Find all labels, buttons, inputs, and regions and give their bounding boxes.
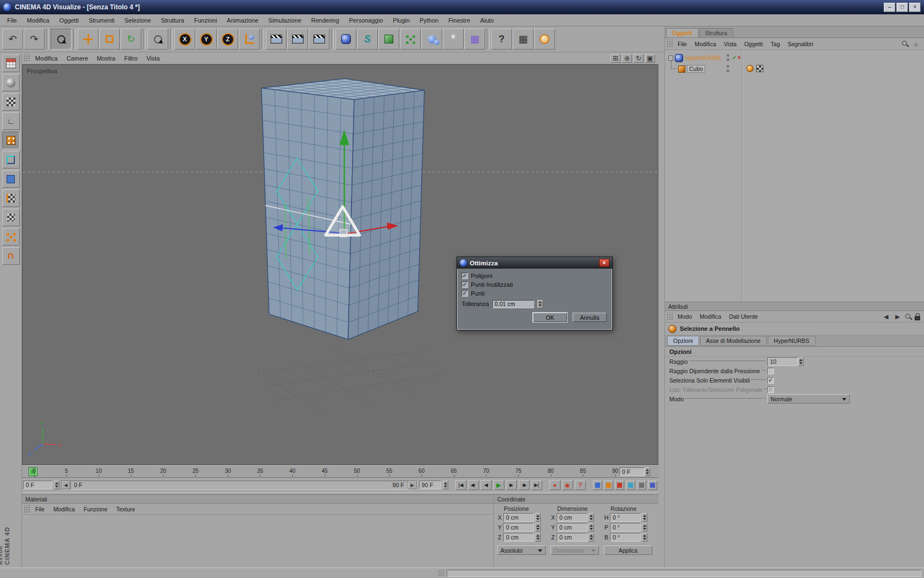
menu-item-segnalibri[interactable]: Segnalibri: [784, 40, 817, 48]
menu-item-modifica[interactable]: Modifica: [22, 15, 54, 25]
position-y-field[interactable]: 0 cm: [503, 523, 534, 532]
add-hypernurbs-button[interactable]: [336, 29, 356, 50]
add-particles-button[interactable]: *: [443, 29, 464, 50]
pan-view-icon[interactable]: ⊞: [610, 54, 620, 63]
layout-button[interactable]: ▦: [513, 29, 534, 50]
move-tool-button[interactable]: [78, 29, 98, 50]
maximize-button[interactable]: □: [897, 3, 908, 12]
menu-item-file[interactable]: File: [2, 15, 22, 25]
frame-range-slider[interactable]: ◀ 0 F 90 F ▶: [61, 481, 417, 490]
redo-button[interactable]: ↷: [24, 29, 45, 50]
menu-item-plugin[interactable]: Plugin: [388, 15, 415, 25]
position-z-spinner[interactable]: [535, 533, 541, 542]
coordinate-system-button[interactable]: [239, 29, 260, 50]
frame-spinbox[interactable]: 0 F: [23, 481, 52, 489]
prev-frame-button[interactable]: ◀: [481, 480, 492, 490]
menu-item-file[interactable]: File: [31, 505, 49, 514]
menu-item-dati-utente[interactable]: Dati Utente: [725, 312, 762, 321]
rotation-p-spinner[interactable]: [642, 523, 647, 532]
make-editable-button[interactable]: [2, 54, 20, 72]
timeline-ruler[interactable]: 051015202530354045505560657075808590 0 F: [22, 465, 658, 478]
object-row-hypernurbs[interactable]: − HyperNURBS ✓ ×: [665, 52, 924, 63]
poligoni-checkbox[interactable]: ✓: [461, 272, 468, 279]
menu-item-camere[interactable]: Camere: [62, 54, 92, 63]
menu-item-tag[interactable]: Tag: [767, 40, 784, 48]
current-frame-spinner[interactable]: [645, 467, 650, 476]
annulla-button[interactable]: Annulla: [573, 313, 607, 322]
visibility-dots-icon[interactable]: [727, 54, 730, 62]
history-back-icon[interactable]: ◀: [882, 313, 890, 321]
lock-x-button[interactable]: X: [174, 29, 195, 50]
rotation-b-spinner[interactable]: [642, 533, 647, 542]
current-frame-field[interactable]: 0 F: [619, 467, 645, 476]
menu-item-modifica[interactable]: Modifica: [31, 54, 62, 63]
lock-icon[interactable]: [915, 316, 920, 320]
raggio-input[interactable]: 10: [767, 357, 798, 366]
menu-item-texture[interactable]: Texture: [112, 505, 139, 514]
position-y-spinner[interactable]: [535, 523, 541, 532]
attributes-grip[interactable]: [666, 313, 673, 320]
disabled-cross-icon[interactable]: ×: [738, 54, 741, 61]
record-options-button[interactable]: ?: [575, 480, 586, 490]
coordinate-mode-dropdown[interactable]: Assoluto: [497, 546, 546, 555]
menu-item-file[interactable]: File: [674, 40, 691, 48]
dimension-y-field[interactable]: 0 cm: [557, 523, 587, 532]
dimension-x-spinner[interactable]: [588, 513, 594, 522]
menu-item-selezione[interactable]: Selezione: [119, 15, 156, 25]
statusbar-grip[interactable]: [438, 570, 444, 577]
goto-end-button[interactable]: ▶|: [531, 480, 542, 490]
raggio-spinner[interactable]: [798, 357, 804, 366]
rotate-tool-button[interactable]: ↻: [120, 29, 141, 50]
add-primitive-button[interactable]: [378, 29, 399, 50]
menu-item-vista[interactable]: Vista: [720, 40, 740, 48]
close-button[interactable]: ×: [909, 3, 921, 12]
menu-item-modo[interactable]: Modo: [674, 312, 696, 321]
live-selection-button[interactable]: [51, 29, 72, 50]
materials-menu-grip[interactable]: [23, 505, 30, 512]
menu-item-python[interactable]: Python: [415, 15, 443, 25]
dimension-x-field[interactable]: 0 cm: [557, 513, 587, 522]
menu-item-struttura[interactable]: Struttura: [156, 15, 189, 25]
menu-item-personaggio[interactable]: Personaggio: [344, 15, 388, 25]
add-deformer-button[interactable]: ▦: [464, 29, 485, 50]
materials-list-area[interactable]: [22, 515, 493, 566]
tab-oggetti[interactable]: Oggetti: [666, 28, 698, 37]
rotation-h-field[interactable]: 0 °: [610, 513, 641, 522]
viewport-menu-grip[interactable]: [23, 54, 30, 62]
edges-mode-button[interactable]: [2, 151, 20, 168]
keying-position-toggle[interactable]: [593, 481, 602, 490]
zoom-view-icon[interactable]: ⊕: [622, 54, 632, 63]
texture-mode-button[interactable]: [2, 93, 20, 111]
menu-item-finestre[interactable]: Finestre: [443, 15, 475, 25]
prev-key-button[interactable]: ◀·: [468, 480, 479, 490]
position-x-spinner[interactable]: [535, 513, 541, 522]
phong-tag-icon[interactable]: [746, 65, 754, 72]
search-icon[interactable]: [901, 40, 909, 47]
uv-points-mode-button[interactable]: [2, 189, 20, 207]
render-settings-button[interactable]: [309, 29, 329, 50]
menu-item-simulazione[interactable]: Simulazione: [263, 15, 306, 25]
menu-item-aiuto[interactable]: Aiuto: [475, 15, 499, 25]
attributes-search-icon[interactable]: [905, 313, 912, 320]
apply-button[interactable]: Applica: [604, 546, 652, 555]
gizmo-origin-cube[interactable]: [340, 230, 347, 237]
menu-item-oggetti[interactable]: Oggetti: [740, 40, 767, 48]
tab-hypernurbs[interactable]: HyperNURBS: [768, 336, 816, 346]
ok-button[interactable]: OK: [533, 313, 567, 322]
object-label[interactable]: HyperNURBS: [685, 54, 721, 61]
dialog-close-button[interactable]: ×: [599, 259, 609, 267]
tab-opzioni[interactable]: Opzioni: [667, 336, 699, 346]
keying-scale-toggle[interactable]: [604, 481, 613, 490]
frame-spinbox-spinner[interactable]: [54, 481, 59, 489]
lock-z-button[interactable]: Z: [217, 29, 238, 50]
visible-only-checkbox[interactable]: ✓: [767, 377, 774, 384]
add-metaball-button[interactable]: [421, 29, 442, 50]
record-button[interactable]: ●: [549, 480, 560, 490]
selection-tag-icon[interactable]: [756, 65, 763, 72]
rotation-p-field[interactable]: 0 °: [610, 523, 641, 532]
menu-item-filtro[interactable]: Filtro: [120, 54, 142, 63]
add-array-button[interactable]: [400, 29, 421, 50]
range-left-arrow[interactable]: ◀: [62, 481, 70, 489]
add-spline-button[interactable]: S: [357, 29, 378, 50]
last-tool-button[interactable]: [147, 29, 168, 50]
